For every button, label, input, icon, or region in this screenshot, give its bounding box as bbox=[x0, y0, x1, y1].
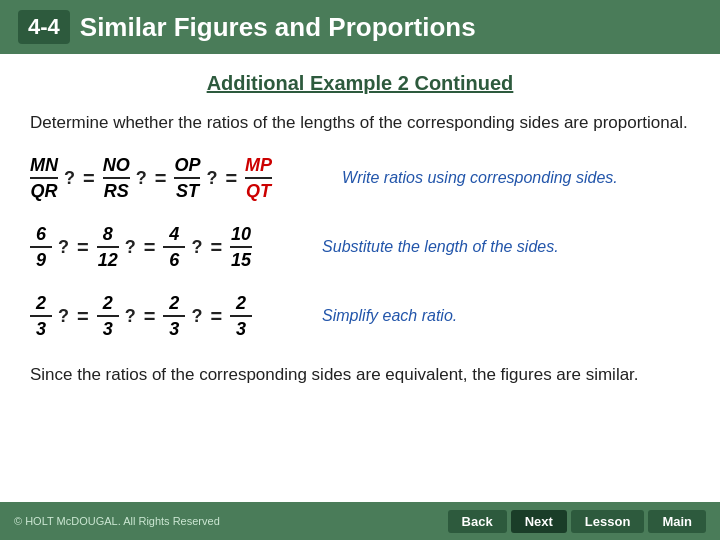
equals-2: = bbox=[155, 167, 167, 190]
main-content: Additional Example 2 Continued Determine… bbox=[0, 54, 720, 405]
section-title: Additional Example 2 Continued bbox=[30, 72, 690, 95]
question-mark-8: ? bbox=[125, 306, 136, 327]
question-mark-9: ? bbox=[191, 306, 202, 327]
ratio-row-3: 2 3 ? = 2 3 ? = 2 3 ? = 2 3 Simplify eac… bbox=[30, 293, 690, 340]
equals-6: = bbox=[210, 236, 222, 259]
footer-bar: © HOLT McDOUGAL. All Rights Reserved Bac… bbox=[0, 502, 720, 540]
fraction-10-15: 10 15 bbox=[230, 224, 252, 271]
header-bar: 4-4 Similar Figures and Proportions bbox=[0, 0, 720, 54]
row3-comment: Simplify each ratio. bbox=[322, 307, 690, 325]
equals-3: = bbox=[225, 167, 237, 190]
fraction-op-st: OP ST bbox=[174, 155, 200, 202]
fraction-4-6: 4 6 bbox=[163, 224, 185, 271]
header-title: Similar Figures and Proportions bbox=[80, 12, 476, 43]
equals-7: = bbox=[77, 305, 89, 328]
main-button[interactable]: Main bbox=[648, 510, 706, 533]
equals-4: = bbox=[77, 236, 89, 259]
row1-comment: Write ratios using corresponding sides. bbox=[342, 169, 690, 187]
fraction-8-12: 8 12 bbox=[97, 224, 119, 271]
question-mark-1: ? bbox=[64, 168, 75, 189]
question-mark-2: ? bbox=[136, 168, 147, 189]
fraction-mp-qt: MP QT bbox=[245, 155, 272, 202]
description-text: Determine whether the ratios of the leng… bbox=[30, 111, 690, 135]
footer-buttons: Back Next Lesson Main bbox=[448, 510, 706, 533]
question-mark-6: ? bbox=[191, 237, 202, 258]
lesson-button[interactable]: Lesson bbox=[571, 510, 645, 533]
next-button[interactable]: Next bbox=[511, 510, 567, 533]
question-mark-4: ? bbox=[58, 237, 69, 258]
back-button[interactable]: Back bbox=[448, 510, 507, 533]
question-mark-5: ? bbox=[125, 237, 136, 258]
fraction-no-rs: NO RS bbox=[103, 155, 130, 202]
equals-9: = bbox=[210, 305, 222, 328]
question-mark-3: ? bbox=[206, 168, 217, 189]
equals-5: = bbox=[144, 236, 156, 259]
copyright-text: © HOLT McDOUGAL. All Rights Reserved bbox=[14, 515, 220, 527]
equals-1: = bbox=[83, 167, 95, 190]
ratio-row-2: 6 9 ? = 8 12 ? = 4 6 ? = 10 15 Substitut… bbox=[30, 224, 690, 271]
fraction-2-3-c: 2 3 bbox=[163, 293, 185, 340]
question-mark-7: ? bbox=[58, 306, 69, 327]
equals-8: = bbox=[144, 305, 156, 328]
fraction-mn-qr: MN QR bbox=[30, 155, 58, 202]
fraction-set-1: MN QR ? = NO RS ? = OP ST ? = MP QT bbox=[30, 155, 272, 202]
fraction-set-2: 6 9 ? = 8 12 ? = 4 6 ? = 10 15 bbox=[30, 224, 252, 271]
fraction-set-3: 2 3 ? = 2 3 ? = 2 3 ? = 2 3 bbox=[30, 293, 252, 340]
fraction-2-3-a: 2 3 bbox=[30, 293, 52, 340]
fraction-6-9: 6 9 bbox=[30, 224, 52, 271]
row2-comment: Substitute the length of the sides. bbox=[322, 238, 690, 256]
fraction-2-3-d: 2 3 bbox=[230, 293, 252, 340]
ratio-row-1: MN QR ? = NO RS ? = OP ST ? = MP QT bbox=[30, 155, 690, 202]
conclusion-text: Since the ratios of the corresponding si… bbox=[30, 362, 690, 388]
lesson-badge: 4-4 bbox=[18, 10, 70, 44]
fraction-2-3-b: 2 3 bbox=[97, 293, 119, 340]
